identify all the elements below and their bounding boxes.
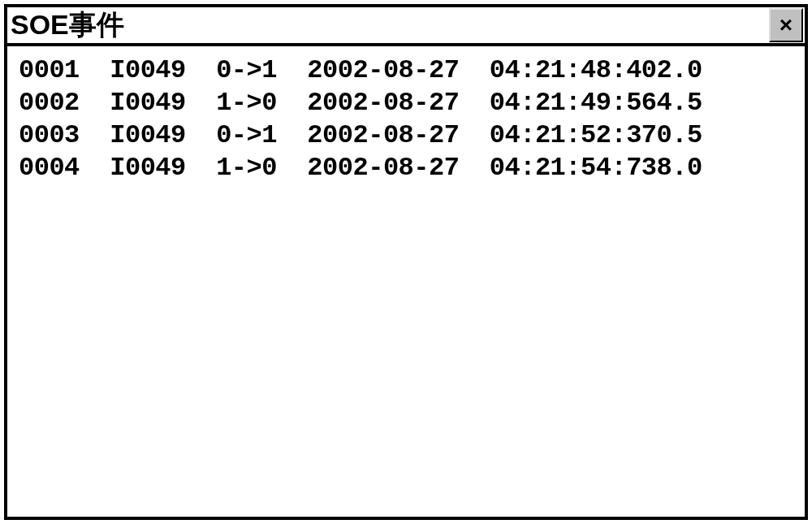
event-row: 0004 I0049 1->0 2002-08-27 04:21:54:738.… (19, 152, 793, 184)
close-icon: × (780, 12, 793, 38)
event-row: 0001 I0049 0->1 2002-08-27 04:21:48:402.… (19, 54, 793, 87)
event-row: 0002 I0049 1->0 2002-08-27 04:21:49:564.… (19, 87, 793, 119)
titlebar: SOE事件 × (7, 7, 805, 46)
soe-events-window: SOE事件 × 0001 I0049 0->1 2002-08-27 04:21… (4, 4, 808, 520)
close-button[interactable]: × (769, 8, 803, 42)
window-title: SOE事件 (7, 6, 124, 44)
event-row: 0003 I0049 0->1 2002-08-27 04:21:52:370.… (19, 119, 793, 152)
event-list: 0001 I0049 0->1 2002-08-27 04:21:48:402.… (7, 46, 805, 193)
